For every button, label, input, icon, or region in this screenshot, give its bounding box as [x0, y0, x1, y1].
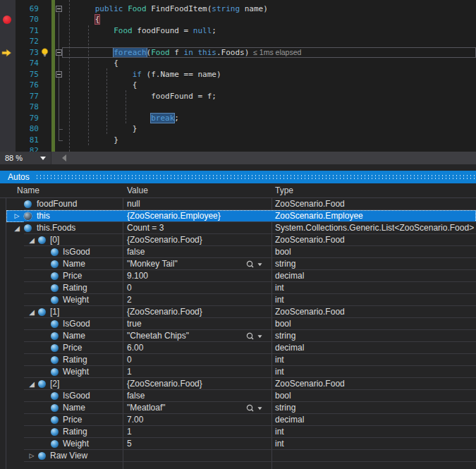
tree-row[interactable]: ◢[2]{ZooScenario.Food}ZooScenario.Food [6, 378, 476, 390]
code-line-76[interactable]: 76 { [0, 80, 476, 91]
type-cell: bool [275, 318, 291, 330]
line-number: 69 [16, 4, 39, 15]
value-cell[interactable]: {ZooScenario.Food} [127, 234, 202, 246]
expand-arrow-collapsed-icon[interactable]: ▷ [13, 210, 21, 222]
code-line-72[interactable]: 72 [0, 36, 476, 47]
tree-row[interactable]: Weight1int [6, 366, 476, 378]
name-cell: Name [63, 402, 85, 414]
tree-row[interactable]: Name"Cheetah Chips"string [6, 330, 476, 342]
code-line-78[interactable]: 78 [0, 102, 476, 113]
breakpoint-icon[interactable] [3, 16, 11, 24]
value-cell[interactable]: 1 [127, 426, 132, 438]
expand-arrow-expanded-icon[interactable]: ◢ [13, 222, 21, 234]
member-icon [24, 224, 32, 232]
name-cell: foodFound [37, 198, 77, 210]
value-cell[interactable]: 0 [127, 354, 132, 366]
column-header-type[interactable]: Type [275, 183, 293, 198]
type-cell: int [275, 294, 284, 306]
tree-row[interactable]: Rating1int [6, 426, 476, 438]
tree-row[interactable]: ◢this.FoodsCount = 3System.Collections.G… [6, 222, 476, 234]
variables-tree: foodFoundnullZooScenario.Food▷this{ZooSc… [0, 198, 476, 469]
code-line-73[interactable]: 73 foreach(Food f in this.Foods) ≤ 1ms e… [0, 47, 476, 59]
tree-row[interactable]: ▷Raw View [6, 450, 476, 462]
value-cell[interactable]: true [127, 318, 142, 330]
expand-arrow-expanded-icon[interactable]: ◢ [28, 306, 36, 318]
name-cell: Weight [63, 438, 89, 450]
expand-arrow-collapsed-icon[interactable]: ▷ [28, 450, 36, 462]
type-cell: int [275, 366, 284, 378]
editor-zoom-select[interactable]: 88 % [0, 152, 51, 164]
code-line-82[interactable]: 82 [0, 145, 476, 152]
chevron-down-icon [40, 157, 46, 160]
tree-row[interactable]: Weight5int [6, 438, 476, 450]
tree-row[interactable]: ▷this{ZooScenario.Employee}ZooScenario.E… [6, 210, 476, 222]
code-line-70[interactable]: 70 { [0, 14, 476, 25]
tree-row[interactable]: Price6.00decimal [6, 342, 476, 354]
value-cell[interactable]: "Monkey Tail" [127, 258, 178, 270]
type-cell: ZooScenario.Food [275, 306, 345, 318]
code-line-80[interactable]: 80 } [0, 123, 476, 135]
value-cell[interactable]: 5 [127, 438, 132, 450]
member-icon [38, 308, 46, 316]
fold-collapse-icon[interactable] [56, 71, 62, 78]
value-cell[interactable]: false [127, 390, 145, 402]
code-line-74[interactable]: 74 { [0, 58, 476, 69]
member-icon [51, 368, 59, 376]
tree-row[interactable]: ◢[1]{ZooScenario.Food}ZooScenario.Food [6, 306, 476, 318]
value-cell[interactable]: {ZooScenario.Employee} [127, 210, 221, 222]
value-cell[interactable]: 1 [127, 366, 132, 378]
tree-row[interactable]: Name"Monkey Tail"string [6, 258, 476, 270]
value-cell[interactable]: false [127, 246, 145, 258]
value-cell[interactable]: 9.100 [127, 270, 148, 282]
type-cell: System.Collections.Generic.List<ZooScena… [275, 222, 474, 234]
line-number: 79 [16, 113, 39, 124]
code-line-75[interactable]: 75 if (f.Name == name) [0, 69, 476, 80]
value-cell[interactable]: {ZooScenario.Food} [127, 378, 202, 390]
code-line-71[interactable]: 71 Food foodFound = null; [0, 25, 476, 37]
tree-row[interactable]: Rating0int [6, 282, 476, 294]
member-icon [51, 416, 59, 424]
fold-collapse-icon[interactable] [56, 6, 62, 12]
column-header-value[interactable]: Value [127, 183, 148, 198]
tree-row[interactable]: ◢[0]{ZooScenario.Food}ZooScenario.Food [6, 234, 476, 246]
code-editor[interactable]: 6869 public Food FindFoodItem(string nam… [0, 0, 476, 152]
value-cell[interactable]: Count = 3 [127, 222, 164, 234]
fold-collapse-icon[interactable] [56, 49, 62, 56]
name-cell: IsGood [63, 318, 90, 330]
horizontal-scrollbar[interactable]: 88 % [0, 152, 476, 164]
value-cell[interactable]: 6.00 [127, 342, 143, 354]
value-cell[interactable]: 0 [127, 282, 132, 294]
tree-row[interactable]: IsGoodfalsebool [6, 246, 476, 258]
tree-row[interactable]: IsGoodtruebool [6, 318, 476, 330]
tree-row[interactable]: Price7.00decimal [6, 414, 476, 426]
tree-row[interactable]: Rating0int [6, 354, 476, 366]
value-cell[interactable]: "Cheetah Chips" [127, 330, 189, 342]
column-header-name[interactable]: Name [17, 183, 39, 198]
type-cell: int [275, 438, 284, 450]
member-icon [38, 380, 46, 388]
tree-row[interactable]: foodFoundnullZooScenario.Food [6, 198, 476, 210]
name-cell: [1] [50, 306, 59, 318]
code-line-79[interactable]: 79 break; [0, 113, 476, 124]
code-line-77[interactable]: 77 foodFound = f; [0, 91, 476, 102]
tree-row[interactable]: Weight2int [6, 294, 476, 306]
scrollbar-left-arrow-icon[interactable] [62, 154, 66, 162]
autos-titlebar[interactable]: Autos [0, 171, 476, 183]
value-cell[interactable]: 2 [127, 294, 132, 306]
value-cell[interactable]: null [127, 198, 140, 210]
value-cell[interactable]: {ZooScenario.Food} [127, 306, 202, 318]
value-cell[interactable]: "Meatloaf" [127, 402, 166, 414]
autos-title: Autos [8, 171, 30, 183]
code-line-81[interactable]: 81 } [0, 135, 476, 146]
code-text: { [67, 14, 99, 25]
line-number: 78 [16, 102, 39, 113]
tree-row[interactable]: Price9.100decimal [6, 270, 476, 282]
code-line-69[interactable]: 69 public Food FindFoodItem(string name) [0, 4, 476, 15]
expand-arrow-expanded-icon[interactable]: ◢ [28, 234, 36, 246]
value-cell[interactable]: 7.00 [127, 414, 143, 426]
name-cell: Rating [63, 426, 87, 438]
tree-row[interactable]: Name"Meatloaf"string [6, 402, 476, 414]
tree-row[interactable]: IsGoodfalsebool [6, 390, 476, 402]
member-icon [24, 212, 32, 220]
expand-arrow-expanded-icon[interactable]: ◢ [28, 378, 36, 390]
